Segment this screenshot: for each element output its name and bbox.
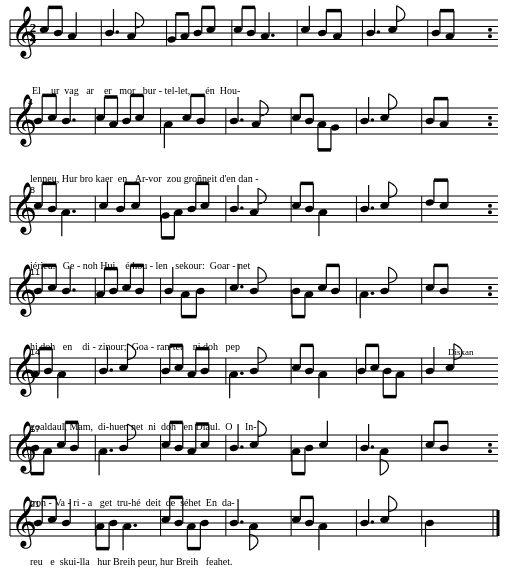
sheet-music (0, 0, 506, 575)
